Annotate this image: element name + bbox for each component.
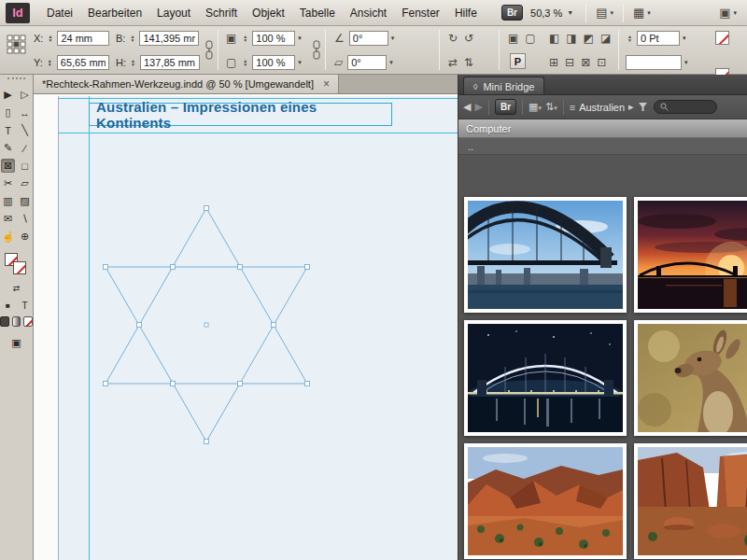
thumbnail-harbour-bridge-night[interactable] (464, 320, 627, 436)
swap-fill-stroke-icon[interactable]: ⇄ (9, 281, 23, 295)
align-icon-c[interactable]: ◩ (582, 32, 596, 45)
palette-grip[interactable] (7, 77, 25, 84)
effect-icon-b[interactable]: ⊟ (563, 56, 576, 69)
parent-directory-item[interactable]: .. (458, 138, 747, 155)
launch-bridge-button[interactable]: Br (495, 99, 516, 115)
constrain-scale-icon[interactable] (312, 40, 321, 61)
mini-bridge-tab[interactable]: ◊ Mini Bridge (463, 77, 544, 94)
scale-y-stepper[interactable]: ▲▼ (241, 59, 249, 67)
chevron-down-icon[interactable]: ▾ (298, 59, 302, 66)
chevron-right-icon[interactable]: ▸ (628, 101, 634, 113)
pencil-tool[interactable]: ∕ (18, 141, 32, 155)
stroke-weight-stepper[interactable]: ▲▼ (626, 35, 634, 43)
thumbnail-harbour-bridge-sunset[interactable] (634, 197, 747, 313)
selection-tool[interactable]: ▶ (1, 88, 15, 102)
y-stepper[interactable]: ▲▼ (46, 59, 54, 67)
menu-tabelle[interactable]: Tabelle (292, 2, 343, 24)
apply-none-button[interactable] (23, 316, 33, 327)
thumbnail-kangaroo-closeup[interactable] (634, 320, 747, 436)
rectangle-frame-tool[interactable]: ⊠ (1, 159, 15, 173)
direct-selection-tool[interactable]: ▷ (18, 88, 32, 102)
screen-mode-button[interactable]: ▣ ▾ (714, 4, 741, 21)
menu-hilfe[interactable]: Hilfe (447, 2, 485, 24)
type-tool[interactable]: T (1, 123, 15, 137)
apply-color-button[interactable] (0, 316, 9, 327)
free-transform-tool[interactable]: ▱ (18, 176, 32, 190)
effect-icon-c[interactable]: ⊠ (579, 56, 592, 69)
scale-x-field[interactable] (252, 31, 295, 46)
select-container-icon[interactable]: ▣ (506, 32, 520, 45)
filter-icon[interactable] (638, 102, 648, 112)
gradient-feather-tool[interactable]: ▨ (18, 194, 32, 208)
menu-layout[interactable]: Layout (149, 2, 198, 24)
view-mode-button[interactable]: ▣ (9, 336, 23, 350)
go-to-bridge-button[interactable]: Br (501, 5, 523, 21)
formatting-affects-container-icon[interactable]: ■ (1, 299, 15, 313)
width-stepper[interactable]: ▲▼ (128, 35, 136, 43)
menu-ansicht[interactable]: Ansicht (343, 2, 394, 24)
hand-tool[interactable]: ☝ (1, 230, 15, 244)
document-canvas[interactable]: Australien – Impressionen eines Kontinen… (34, 94, 458, 560)
zoom-level-dropdown[interactable]: 50,3 % ▼ (523, 6, 581, 21)
rotation-field[interactable] (349, 31, 388, 46)
height-field[interactable] (140, 55, 200, 70)
rectangle-tool[interactable]: □ (18, 159, 32, 173)
headline-text-frame[interactable]: Australien – Impressionen eines Kontinen… (89, 103, 392, 126)
search-box[interactable] (654, 100, 717, 114)
align-icon-d[interactable]: ◪ (599, 32, 613, 45)
pen-tool[interactable]: ✎ (1, 141, 15, 155)
shear-field[interactable] (347, 55, 387, 70)
workspace-button[interactable]: ▦ ▾ (628, 4, 655, 21)
search-input[interactable] (671, 101, 711, 113)
y-field[interactable] (57, 55, 109, 70)
thumbnail-outback-cliffs[interactable] (634, 443, 747, 559)
gradient-swatch-tool[interactable]: ▥ (1, 194, 15, 208)
page-tool[interactable]: ▯ (1, 105, 15, 119)
view-options-button[interactable]: ▤ ▾ (591, 4, 618, 21)
sort-button[interactable]: ⇅▾ (545, 101, 557, 113)
x-field[interactable] (57, 31, 109, 46)
chevron-down-icon[interactable]: ▾ (298, 35, 302, 42)
chevron-down-icon[interactable]: ▾ (391, 35, 395, 42)
panel-view-button[interactable]: ▦▾ (529, 101, 542, 113)
horizontal-guide[interactable] (58, 133, 458, 133)
apply-gradient-button[interactable] (12, 316, 21, 327)
flip-vertical-icon[interactable]: ⇅ (462, 56, 475, 69)
gap-tool[interactable]: ↔ (18, 105, 32, 119)
star-polygon-frame[interactable] (80, 199, 332, 451)
note-tool[interactable]: ✉ (1, 212, 15, 226)
width-field[interactable] (139, 31, 199, 46)
constrain-dimensions-icon[interactable] (204, 40, 214, 61)
eyedropper-tool[interactable]: ∖ (18, 212, 32, 226)
thumbnail-sydney-harbour-bridge-day[interactable] (464, 197, 627, 313)
forward-button[interactable]: ▶ (474, 101, 482, 113)
scale-x-stepper[interactable]: ▲▼ (241, 35, 249, 43)
x-stepper[interactable]: ▲▼ (46, 35, 54, 43)
stroke-weight-field[interactable] (637, 31, 680, 46)
menu-datei[interactable]: Datei (39, 2, 80, 24)
zoom-tool[interactable]: ⊕ (18, 230, 32, 244)
menu-schrift[interactable]: Schrift (198, 2, 245, 24)
effect-icon-a[interactable]: ⊞ (547, 56, 560, 69)
effect-icon-d[interactable]: ⊡ (595, 56, 608, 69)
document-tab[interactable]: *Rechteck-Rahmen-Werkzeug.indd @ 50 % [U… (34, 75, 339, 93)
line-tool[interactable]: ╲ (18, 123, 32, 137)
align-icon-a[interactable]: ◧ (547, 32, 561, 45)
chevron-down-icon[interactable]: ▾ (683, 35, 686, 42)
rotate-cw-icon[interactable]: ↻ (446, 32, 459, 45)
p-button[interactable]: P (510, 53, 526, 69)
thumbnail-red-rock-canyon[interactable] (464, 443, 627, 559)
fill-swatch-none[interactable] (715, 31, 729, 45)
select-content-icon[interactable]: ▢ (523, 32, 537, 45)
stroke-color-none[interactable] (13, 261, 26, 274)
align-icon-b[interactable]: ◨ (564, 32, 578, 45)
close-icon[interactable]: × (323, 77, 330, 91)
breadcrumb[interactable]: Australien (579, 102, 625, 113)
menu-objekt[interactable]: Objekt (245, 2, 292, 24)
chevron-down-icon[interactable]: ▾ (389, 59, 393, 66)
stroke-style-dropdown[interactable] (626, 55, 682, 70)
flip-horizontal-icon[interactable]: ⇄ (446, 56, 459, 69)
menu-bearbeiten[interactable]: Bearbeiten (80, 2, 149, 24)
menu-fenster[interactable]: Fenster (394, 2, 447, 24)
location-dropdown[interactable]: Computer (458, 119, 747, 138)
